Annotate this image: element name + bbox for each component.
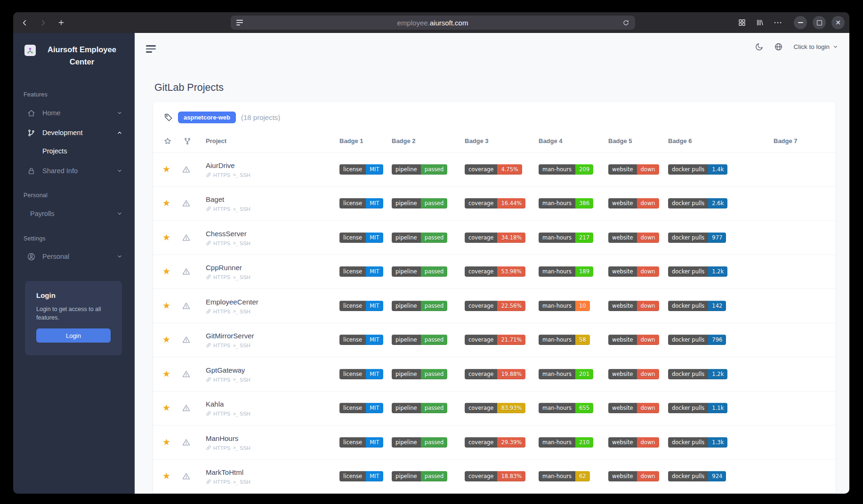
ssh-link[interactable]: >_SSH <box>233 308 250 314</box>
ssh-link[interactable]: >_SSH <box>233 240 250 246</box>
ssh-link[interactable]: >_SSH <box>233 206 250 212</box>
badge-license[interactable]: licenseMIT <box>339 266 383 277</box>
close-button[interactable]: ✕ <box>831 16 845 29</box>
badge-docker-pulls[interactable]: docker pulls1.3k <box>668 437 727 448</box>
badge-docker-pulls[interactable]: docker pulls796 <box>668 335 726 345</box>
minimize-button[interactable] <box>794 16 807 29</box>
star-icon[interactable]: ★ <box>162 198 170 208</box>
badge-docker-pulls[interactable]: docker pulls1.2k <box>668 266 727 277</box>
https-link[interactable]: HTTPS <box>206 376 230 382</box>
badge-license[interactable]: licenseMIT <box>339 198 383 208</box>
project-name-link[interactable]: EmployeeCenter <box>206 297 258 305</box>
badge-man-hours[interactable]: man-hours189 <box>539 266 593 277</box>
ssh-link[interactable]: >_SSH <box>233 343 250 348</box>
library-icon[interactable] <box>756 18 764 27</box>
badge-pipeline[interactable]: pipelinepassed <box>392 335 447 345</box>
https-link[interactable]: HTTPS <box>206 274 230 280</box>
new-tab-button[interactable] <box>57 19 65 26</box>
badge-coverage[interactable]: coverage16.44% <box>465 198 525 208</box>
ssh-link[interactable]: >_SSH <box>233 172 250 177</box>
browser-forward-button[interactable] <box>39 19 47 27</box>
project-name-link[interactable]: AiurDrive <box>206 161 250 169</box>
badge-license[interactable]: licenseMIT <box>339 164 383 175</box>
badge-license[interactable]: licenseMIT <box>339 232 383 243</box>
badge-man-hours[interactable]: man-hours209 <box>539 164 593 175</box>
badge-website[interactable]: websitedown <box>608 403 659 413</box>
https-link[interactable]: HTTPS <box>206 445 230 450</box>
badge-pipeline[interactable]: pipelinepassed <box>392 471 447 481</box>
ssh-link[interactable]: >_SSH <box>233 376 250 382</box>
project-name-link[interactable]: ChessServer <box>206 229 250 237</box>
badge-coverage[interactable]: coverage22.56% <box>465 301 525 311</box>
ssh-link[interactable]: >_SSH <box>233 479 250 485</box>
badge-website[interactable]: websitedown <box>608 266 659 277</box>
login-button[interactable]: Login <box>36 328 111 343</box>
alert-triangle-icon[interactable] <box>182 267 191 276</box>
https-link[interactable]: HTTPS <box>206 172 230 177</box>
badge-man-hours[interactable]: man-hours655 <box>539 403 593 413</box>
badge-man-hours[interactable]: man-hours201 <box>539 369 593 379</box>
alert-triangle-icon[interactable] <box>182 404 191 413</box>
badge-coverage[interactable]: coverage83.93% <box>465 403 525 413</box>
badge-docker-pulls[interactable]: docker pulls142 <box>668 301 726 311</box>
badge-pipeline[interactable]: pipelinepassed <box>392 369 447 379</box>
reload-icon[interactable] <box>622 19 629 26</box>
alert-triangle-icon[interactable] <box>182 369 191 378</box>
more-menu-icon[interactable]: ⋯ <box>774 17 782 28</box>
badge-website[interactable]: websitedown <box>608 471 659 481</box>
star-icon[interactable]: ★ <box>162 471 170 481</box>
badge-pipeline[interactable]: pipelinepassed <box>392 164 447 175</box>
alert-triangle-icon[interactable] <box>182 199 191 208</box>
https-link[interactable]: HTTPS <box>206 479 230 485</box>
alert-triangle-icon[interactable] <box>182 165 191 174</box>
star-icon[interactable]: ★ <box>162 368 170 379</box>
star-icon[interactable]: ★ <box>162 232 170 242</box>
badge-license[interactable]: licenseMIT <box>339 335 383 345</box>
https-link[interactable]: HTTPS <box>206 206 230 212</box>
star-icon[interactable]: ★ <box>162 266 170 277</box>
alert-triangle-icon[interactable] <box>182 472 191 481</box>
badge-docker-pulls[interactable]: docker pulls977 <box>668 232 726 243</box>
badge-pipeline[interactable]: pipelinepassed <box>392 403 447 413</box>
https-link[interactable]: HTTPS <box>206 343 230 348</box>
badge-coverage[interactable]: coverage53.98% <box>465 266 525 277</box>
badge-docker-pulls[interactable]: docker pulls1.2k <box>668 369 727 379</box>
ssh-link[interactable]: >_SSH <box>233 411 250 416</box>
star-icon[interactable]: ★ <box>162 300 170 311</box>
alert-triangle-icon[interactable] <box>182 438 191 447</box>
reader-list-icon[interactable] <box>236 20 243 25</box>
address-bar[interactable]: employee.aiursoft.com <box>231 16 635 30</box>
badge-coverage[interactable]: coverage19.88% <box>465 369 525 379</box>
star-icon[interactable]: ★ <box>162 334 170 345</box>
badge-website[interactable]: websitedown <box>608 301 659 311</box>
project-name-link[interactable]: Baget <box>206 195 250 203</box>
badge-docker-pulls[interactable]: docker pulls924 <box>668 471 726 481</box>
badge-license[interactable]: licenseMIT <box>339 437 383 448</box>
star-icon[interactable]: ★ <box>162 402 170 413</box>
badge-license[interactable]: licenseMIT <box>339 301 383 311</box>
ssh-link[interactable]: >_SSH <box>233 274 250 280</box>
https-link[interactable]: HTTPS <box>206 308 230 314</box>
browser-back-button[interactable] <box>21 19 29 27</box>
project-name-link[interactable]: ManHours <box>206 434 250 442</box>
app-logo[interactable]: Aiursoft Employee Center <box>13 43 135 68</box>
badge-coverage[interactable]: coverage29.39% <box>465 437 525 448</box>
badge-pipeline[interactable]: pipelinepassed <box>392 437 447 448</box>
badge-docker-pulls[interactable]: docker pulls1.4k <box>668 164 727 175</box>
badge-pipeline[interactable]: pipelinepassed <box>392 266 447 277</box>
project-name-link[interactable]: CppRunner <box>206 264 250 272</box>
badge-website[interactable]: websitedown <box>608 232 659 243</box>
star-icon[interactable]: ★ <box>162 163 170 174</box>
badge-website[interactable]: websitedown <box>608 369 659 379</box>
badge-man-hours[interactable]: man-hours58 <box>539 335 590 345</box>
https-link[interactable]: HTTPS <box>206 240 230 246</box>
sidebar-item-shared-info[interactable]: Shared Info <box>13 161 135 181</box>
language-globe-icon[interactable] <box>774 42 783 51</box>
https-link[interactable]: HTTPS <box>206 411 230 416</box>
sidebar-item-payrolls[interactable]: Payrolls <box>13 204 135 224</box>
badge-pipeline[interactable]: pipelinepassed <box>392 301 447 311</box>
alert-triangle-icon[interactable] <box>182 336 191 344</box>
click-to-login-button[interactable]: Click to login <box>793 43 838 50</box>
badge-man-hours[interactable]: man-hours386 <box>539 198 593 208</box>
badge-website[interactable]: websitedown <box>608 198 659 208</box>
